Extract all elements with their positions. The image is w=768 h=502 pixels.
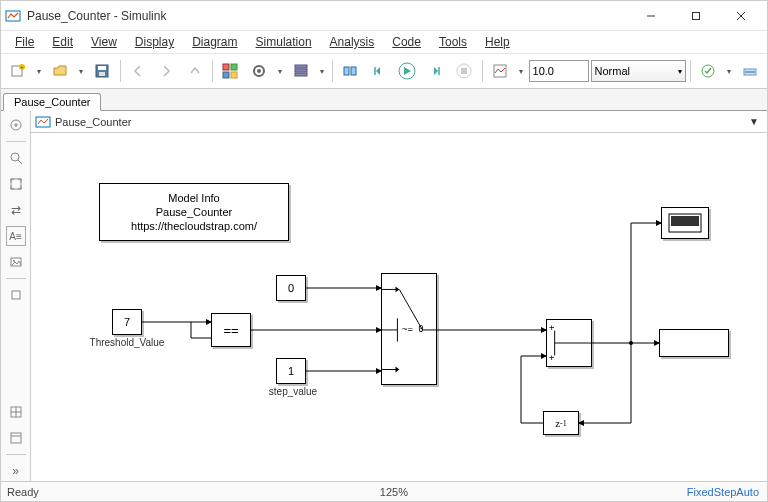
- model-explorer-dropdown[interactable]: ▾: [316, 67, 327, 76]
- svg-text:+: +: [21, 64, 24, 70]
- switch-block[interactable]: ~= 0: [381, 273, 437, 385]
- hide-browser-icon[interactable]: [6, 115, 26, 135]
- svg-rect-11: [223, 64, 229, 70]
- data-inspector-button[interactable]: [487, 57, 514, 85]
- svg-rect-2: [692, 12, 699, 19]
- menu-analysis[interactable]: Analysis: [322, 33, 383, 51]
- svg-rect-26: [461, 68, 467, 74]
- toggle-perspectives-icon[interactable]: ⇄: [6, 200, 26, 220]
- status-bar: Ready 125% FixedStepAuto: [1, 481, 767, 501]
- window-minimize-button[interactable]: [628, 2, 673, 30]
- relational-operator-block[interactable]: ==: [211, 313, 251, 347]
- sum-port1-label: +: [549, 322, 554, 332]
- menu-tools[interactable]: Tools: [431, 33, 475, 51]
- update-diagram-button[interactable]: [337, 57, 364, 85]
- toolbar: + ▾ ▾ ▾ ▾ ▾ Normal▾ ▾: [1, 53, 767, 89]
- model-info-block[interactable]: Model Info Pause_Counter https://theclou…: [99, 183, 289, 241]
- image-icon[interactable]: [6, 252, 26, 272]
- unit-delay-block[interactable]: z-1: [543, 411, 579, 435]
- scope-glyph-icon: [665, 211, 705, 235]
- menu-help[interactable]: Help: [477, 33, 518, 51]
- breadcrumb-model-name[interactable]: Pause_Counter: [55, 116, 745, 128]
- property-inspector-icon[interactable]: [6, 428, 26, 448]
- build-button[interactable]: [695, 57, 722, 85]
- title-bar: Pause_Counter - Simulink: [1, 1, 767, 31]
- model-config-dropdown[interactable]: ▾: [274, 67, 285, 76]
- svg-point-56: [629, 341, 633, 345]
- menu-file[interactable]: File: [7, 33, 42, 51]
- open-dropdown[interactable]: ▾: [76, 67, 87, 76]
- status-ready: Ready: [1, 486, 101, 498]
- svg-rect-20: [344, 67, 349, 75]
- forward-button[interactable]: [153, 57, 180, 85]
- new-model-dropdown[interactable]: ▾: [34, 67, 45, 76]
- expand-icon[interactable]: »: [6, 461, 26, 481]
- simulation-mode-select[interactable]: Normal▾: [591, 60, 686, 82]
- tab-pause-counter[interactable]: Pause_Counter: [3, 93, 101, 111]
- switch-criteria-label: ~= 0: [402, 324, 424, 334]
- scope-block[interactable]: [661, 207, 709, 239]
- back-button[interactable]: [124, 57, 151, 85]
- constant-one-block[interactable]: 1: [276, 358, 306, 384]
- tab-bar: Pause_Counter: [1, 89, 767, 111]
- menu-simulation[interactable]: Simulation: [248, 33, 320, 51]
- up-button[interactable]: [182, 57, 209, 85]
- svg-rect-9: [98, 66, 106, 70]
- sum-block[interactable]: + +: [546, 319, 592, 367]
- svg-rect-17: [295, 65, 307, 68]
- svg-point-16: [257, 69, 261, 73]
- explorer-palette: ⇄ A≡ »: [1, 111, 31, 481]
- deploy-button[interactable]: [736, 57, 763, 85]
- svg-rect-43: [12, 291, 20, 299]
- menu-view[interactable]: View: [83, 33, 125, 51]
- window-close-button[interactable]: [718, 2, 763, 30]
- constant-threshold-label: Threshold_Value: [81, 337, 173, 348]
- menu-code[interactable]: Code: [384, 33, 429, 51]
- data-inspector-dropdown[interactable]: ▾: [515, 67, 526, 76]
- constant-zero-block[interactable]: 0: [276, 275, 306, 301]
- display-block[interactable]: [659, 329, 729, 357]
- simulink-app-icon: [5, 8, 21, 24]
- step-back-button[interactable]: [365, 57, 392, 85]
- svg-rect-19: [295, 73, 307, 76]
- sum-port2-label: +: [549, 352, 554, 362]
- breadcrumb-bar: Pause_Counter ▼: [31, 111, 767, 133]
- fit-to-view-icon[interactable]: [6, 174, 26, 194]
- model-canvas[interactable]: Model Info Pause_Counter https://theclou…: [31, 133, 767, 481]
- open-button[interactable]: [47, 57, 74, 85]
- status-zoom[interactable]: 125%: [101, 486, 687, 498]
- svg-rect-12: [231, 64, 237, 70]
- menu-display[interactable]: Display: [127, 33, 182, 51]
- svg-rect-13: [223, 72, 229, 78]
- model-data-editor-icon[interactable]: [6, 402, 26, 422]
- status-solver-link[interactable]: FixedStepAuto: [687, 486, 767, 498]
- simulation-stop-time-input[interactable]: [529, 60, 589, 82]
- model-info-line3: https://thecloudstrap.com/: [131, 219, 257, 233]
- svg-rect-18: [295, 69, 307, 72]
- svg-rect-47: [11, 433, 21, 443]
- menu-edit[interactable]: Edit: [44, 33, 81, 51]
- zoom-icon[interactable]: [6, 148, 26, 168]
- model-explorer-button[interactable]: [288, 57, 315, 85]
- breadcrumb-dropdown[interactable]: ▼: [745, 116, 763, 127]
- svg-point-38: [11, 153, 19, 161]
- window-maximize-button[interactable]: [673, 2, 718, 30]
- svg-rect-40: [11, 179, 21, 189]
- viewmark-icon[interactable]: [6, 285, 26, 305]
- library-browser-button[interactable]: [217, 57, 244, 85]
- svg-rect-14: [231, 72, 237, 78]
- run-button[interactable]: [394, 57, 421, 85]
- window-title: Pause_Counter - Simulink: [27, 9, 628, 23]
- annotation-icon[interactable]: A≡: [6, 226, 26, 246]
- constant-threshold-block[interactable]: 7: [112, 309, 142, 335]
- new-model-button[interactable]: +: [5, 57, 32, 85]
- save-button[interactable]: [89, 57, 116, 85]
- model-icon: [35, 115, 51, 129]
- build-dropdown[interactable]: ▾: [723, 67, 734, 76]
- svg-rect-67: [671, 216, 699, 226]
- step-forward-button[interactable]: [422, 57, 449, 85]
- menu-bar: File Edit View Display Diagram Simulatio…: [1, 31, 767, 53]
- stop-button[interactable]: [451, 57, 478, 85]
- menu-diagram[interactable]: Diagram: [184, 33, 245, 51]
- model-config-button[interactable]: [246, 57, 273, 85]
